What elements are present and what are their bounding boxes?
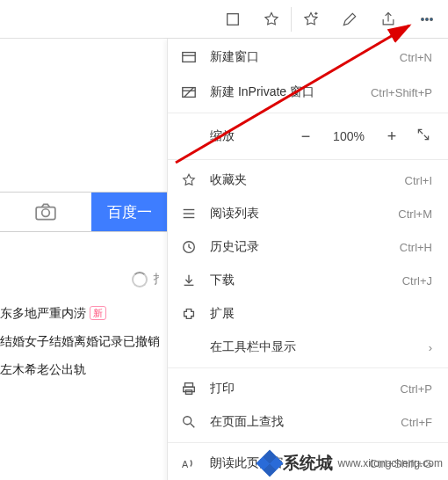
menu-reading-list[interactable]: 阅读列表 Ctrl+M [168,197,448,230]
camera-icon[interactable] [0,193,91,231]
menu-new-inprivate[interactable]: 新建 InPrivate 窗口 Ctrl+Shift+P [168,76,448,109]
svg-text:A: A [182,459,189,469]
menu-separator [168,367,448,368]
menu-label: 打印 [210,381,388,396]
menu-shortcut: Ctrl+Shift+P [371,86,432,99]
svg-rect-0 [228,13,239,25]
watermark-domain: www.xitongcheng.com [338,457,443,469]
watermark-brand: 系统城 [283,452,333,475]
svg-point-5 [430,18,433,20]
menu-shortcut: Ctrl+P [401,382,432,396]
search-button[interactable]: 百度一 [91,193,167,231]
menu-find[interactable]: 在页面上查找 Ctrl+F [168,405,448,439]
search-button-label: 百度一 [107,202,152,222]
news-item[interactable]: 东多地严重内涝 新 [0,299,167,327]
share-icon[interactable] [369,0,408,39]
menu-favorites[interactable]: 收藏夹 Ctrl+I [168,164,448,197]
inprivate-icon [180,84,198,101]
menu-label: 阅读列表 [210,206,386,222]
svg-point-7 [42,209,50,217]
menu-separator [168,113,448,113]
zoom-out-button[interactable]: − [297,127,314,146]
menu-label: 新建窗口 [210,49,387,65]
watermark: 系统城 www.xitongcheng.com [260,452,443,475]
menu-zoom: 缩放 − 100% + [168,117,448,156]
readinglist-icon [180,205,198,222]
menu-label: 扩展 [210,306,432,322]
chevron-right-icon: › [429,341,432,354]
news-item[interactable]: 结婚女子结婚离婚记录已撤销 [0,327,167,355]
news-text: 结婚女子结婚离婚记录已撤销 [0,327,160,355]
star-icon [180,171,198,189]
menu-shortcut: Ctrl+I [405,174,432,187]
extension-icon [180,305,198,323]
svg-rect-19 [184,387,195,391]
browser-toolbar [0,0,448,39]
menu-print[interactable]: 打印 Ctrl+P [168,372,448,405]
more-icon[interactable] [408,0,446,39]
menu-downloads[interactable]: 下载 Ctrl+J [168,264,448,297]
star-outline-icon[interactable] [252,0,291,39]
menu-shortcut: Ctrl+H [400,241,432,254]
settings-menu: 新建窗口 Ctrl+N 新建 InPrivate 窗口 Ctrl+Shift+P… [167,39,448,480]
watermark-logo-icon [256,449,283,476]
search-bar-fragment: 百度一 [0,192,167,232]
svg-rect-8 [183,53,195,62]
print-icon [180,380,198,397]
news-text: 左木希老公出轨 [0,355,86,383]
menu-label: 在页面上查找 [210,414,388,430]
fullscreen-icon[interactable] [415,127,432,146]
news-item[interactable]: 左木希老公出轨 [0,355,167,383]
menu-separator [168,442,448,443]
menu-label: 新建 InPrivate 窗口 [210,84,358,100]
menu-history[interactable]: 历史记录 Ctrl+H [168,230,448,264]
svg-point-4 [426,18,429,20]
menu-label: 下载 [210,273,390,288]
svg-line-22 [191,424,195,428]
menu-shortcut: Ctrl+M [398,207,432,221]
zoom-in-button[interactable]: + [383,127,401,146]
svg-point-21 [184,417,191,425]
menu-label: 收藏夹 [210,172,393,188]
menu-shortcut: Ctrl+F [401,416,432,429]
news-list: 东多地严重内涝 新 结婚女子结婚离婚记录已撤销 左木希老公出轨 [0,299,167,383]
menu-new-window[interactable]: 新建窗口 Ctrl+N [168,39,448,76]
search-icon [180,413,198,431]
menu-shortcut: Ctrl+J [402,274,432,287]
menu-shortcut: Ctrl+N [400,51,432,64]
menu-extensions[interactable]: 扩展 [168,297,448,331]
read-aloud-icon: A [180,455,198,472]
loading-indicator: 扌 [132,272,165,287]
menu-label: 缩放 [210,128,285,144]
loading-text-fragment: 扌 [153,272,165,287]
download-icon [180,272,198,289]
menu-separator [168,159,448,160]
svg-line-12 [184,88,194,98]
news-text: 东多地严重内涝 [0,299,86,327]
window-icon [180,48,198,66]
svg-point-3 [422,18,424,20]
pen-icon[interactable] [330,0,369,39]
menu-show-in-toolbar[interactable]: 在工具栏中显示 › [168,331,448,364]
zoom-value: 100% [329,129,369,143]
spinner-icon [132,272,148,287]
history-icon [180,238,198,256]
new-badge: 新 [90,306,106,320]
favorites-star-icon[interactable] [292,0,330,39]
menu-label: 在工具栏中显示 [210,339,416,355]
tab-icon[interactable] [213,0,252,39]
menu-label: 历史记录 [210,239,387,255]
